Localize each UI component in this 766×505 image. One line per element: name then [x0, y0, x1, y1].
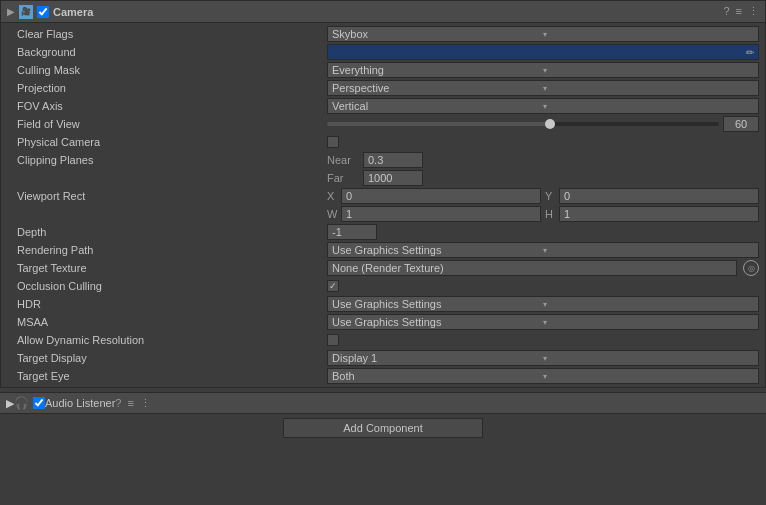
clear-flags-arrow: ▾ [543, 30, 754, 39]
background-control: ✏ [327, 44, 759, 60]
rendering-path-control: Use Graphics Settings ▾ [327, 242, 759, 258]
camera-header: ▶ 🎥 Camera ? ≡ ⋮ [1, 1, 765, 23]
culling-mask-label: Culling Mask [7, 64, 327, 76]
w-value[interactable]: 1 [341, 206, 541, 222]
camera-body: Clear Flags Skybox ▾ Background ✏ Cullin… [1, 23, 765, 387]
fov-slider-track[interactable] [327, 122, 719, 126]
far-value[interactable]: 1000 [363, 170, 423, 186]
rendering-path-label: Rendering Path [7, 244, 327, 256]
far-label: Far [327, 172, 359, 184]
clear-flags-dropdown[interactable]: Skybox ▾ [327, 26, 759, 42]
target-texture-value: None (Render Texture) [332, 262, 732, 274]
fov-axis-label: FOV Axis [7, 100, 327, 112]
add-component-button[interactable]: Add Component [283, 418, 483, 438]
fov-axis-dropdown[interactable]: Vertical ▾ [327, 98, 759, 114]
audio-header-icons: ? ≡ ⋮ [115, 397, 151, 410]
culling-mask-row: Culling Mask Everything ▾ [1, 61, 765, 79]
target-texture-dropdown[interactable]: None (Render Texture) [327, 260, 737, 276]
x-label: X [327, 190, 339, 202]
physical-camera-checkbox[interactable] [327, 136, 339, 148]
hdr-dropdown[interactable]: Use Graphics Settings ▾ [327, 296, 759, 312]
viewport-xy-fields: X 0 Y 0 [327, 188, 759, 204]
clear-flags-row: Clear Flags Skybox ▾ [1, 25, 765, 43]
camera-panel: ▶ 🎥 Camera ? ≡ ⋮ Clear Flags Skybox ▾ Ba… [0, 0, 766, 388]
viewport-h-field: H 1 [545, 206, 759, 222]
clear-flags-control: Skybox ▾ [327, 26, 759, 42]
field-of-view-label: Field of View [7, 118, 327, 130]
projection-dropdown[interactable]: Perspective ▾ [327, 80, 759, 96]
background-color-field[interactable]: ✏ [327, 44, 759, 60]
depth-label: Depth [7, 226, 327, 238]
hdr-arrow: ▾ [543, 300, 754, 309]
clear-flags-value: Skybox [332, 28, 543, 40]
collapse-arrow[interactable]: ▶ [7, 6, 15, 17]
field-of-view-control: 60 [327, 116, 759, 132]
allow-dynamic-resolution-control [327, 334, 759, 346]
fov-axis-arrow: ▾ [543, 102, 754, 111]
hdr-row: HDR Use Graphics Settings ▾ [1, 295, 765, 313]
fov-axis-control: Vertical ▾ [327, 98, 759, 114]
depth-value[interactable]: -1 [327, 224, 377, 240]
fov-slider-fill [327, 122, 550, 126]
camera-icon: 🎥 [19, 5, 33, 19]
target-display-label: Target Display [7, 352, 327, 364]
fov-slider-value[interactable]: 60 [723, 116, 759, 132]
settings-icon[interactable]: ≡ [736, 5, 742, 18]
target-eye-value: Both [332, 370, 543, 382]
viewport-w-field: W 1 [327, 206, 541, 222]
clipping-far-row: Far 1000 [1, 169, 765, 187]
hdr-control: Use Graphics Settings ▾ [327, 296, 759, 312]
clipping-near-sub: Near 0.3 [327, 152, 423, 168]
h-label: H [545, 208, 557, 220]
w-label: W [327, 208, 339, 220]
help-icon[interactable]: ? [723, 5, 729, 18]
near-value[interactable]: 0.3 [363, 152, 423, 168]
audio-collapse-arrow[interactable]: ▶ [6, 397, 14, 410]
background-label: Background [7, 46, 327, 58]
hdr-value: Use Graphics Settings [332, 298, 543, 310]
msaa-value: Use Graphics Settings [332, 316, 543, 328]
audio-listener-header: ▶ 🎧 Audio Listener ? ≡ ⋮ [0, 392, 766, 414]
audio-menu-icon[interactable]: ⋮ [140, 397, 151, 410]
occlusion-culling-checkbox[interactable] [327, 280, 339, 292]
fov-slider-thumb[interactable] [545, 119, 555, 129]
culling-mask-arrow: ▾ [543, 66, 754, 75]
add-component-row: Add Component [0, 414, 766, 442]
msaa-dropdown[interactable]: Use Graphics Settings ▾ [327, 314, 759, 330]
depth-control: -1 [327, 224, 759, 240]
target-texture-label: Target Texture [7, 262, 327, 274]
fov-axis-value: Vertical [332, 100, 543, 112]
clipping-label: Clipping Planes [7, 154, 327, 166]
audio-enable-checkbox[interactable] [33, 397, 45, 409]
physical-camera-label: Physical Camera [7, 136, 327, 148]
audio-settings-icon[interactable]: ≡ [127, 397, 133, 410]
field-of-view-row: Field of View 60 [1, 115, 765, 133]
msaa-arrow: ▾ [543, 318, 754, 327]
depth-row: Depth -1 [1, 223, 765, 241]
audio-help-icon[interactable]: ? [115, 397, 121, 410]
allow-dynamic-resolution-checkbox[interactable] [327, 334, 339, 346]
target-display-dropdown[interactable]: Display 1 ▾ [327, 350, 759, 366]
rendering-path-dropdown[interactable]: Use Graphics Settings ▾ [327, 242, 759, 258]
h-value[interactable]: 1 [559, 206, 759, 222]
projection-row: Projection Perspective ▾ [1, 79, 765, 97]
camera-title: Camera [53, 6, 723, 18]
y-value[interactable]: 0 [559, 188, 759, 204]
target-display-arrow: ▾ [543, 354, 754, 363]
target-texture-row: Target Texture None (Render Texture) ◎ [1, 259, 765, 277]
viewport-wh-fields: W 1 H 1 [327, 206, 759, 222]
audio-icon: 🎧 [14, 396, 29, 410]
pen-icon: ✏ [746, 47, 754, 58]
target-eye-dropdown[interactable]: Both ▾ [327, 368, 759, 384]
menu-icon[interactable]: ⋮ [748, 5, 759, 18]
clipping-near-row: Clipping Planes Near 0.3 [1, 151, 765, 169]
target-texture-target-icon[interactable]: ◎ [743, 260, 759, 276]
target-display-row: Target Display Display 1 ▾ [1, 349, 765, 367]
culling-mask-dropdown[interactable]: Everything ▾ [327, 62, 759, 78]
projection-control: Perspective ▾ [327, 80, 759, 96]
viewport-y-field: Y 0 [545, 188, 759, 204]
camera-enable-checkbox[interactable] [37, 6, 49, 18]
occlusion-culling-label: Occlusion Culling [7, 280, 327, 292]
x-value[interactable]: 0 [341, 188, 541, 204]
target-eye-row: Target Eye Both ▾ [1, 367, 765, 385]
